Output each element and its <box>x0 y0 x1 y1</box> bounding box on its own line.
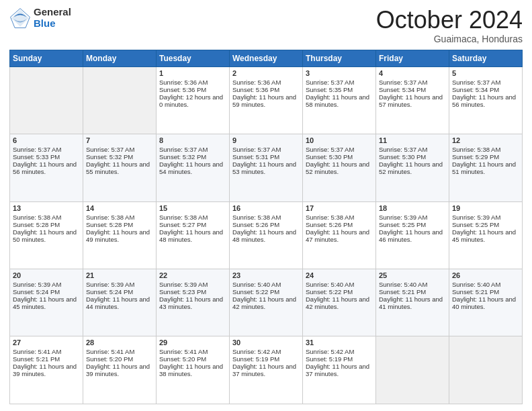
calendar-cell: 6Sunrise: 5:37 AMSunset: 5:33 PMDaylight… <box>10 134 83 201</box>
sunset-text: Sunset: 5:34 PM <box>379 86 446 93</box>
sunset-text: Sunset: 5:23 PM <box>159 288 226 295</box>
calendar-cell: 1Sunrise: 5:36 AMSunset: 5:36 PMDaylight… <box>157 66 230 134</box>
daylight-text: Daylight: 12 hours and 0 minutes. <box>159 93 226 108</box>
sunset-text: Sunset: 5:22 PM <box>232 288 300 295</box>
day-number: 9 <box>232 136 300 144</box>
week-row-3: 20Sunrise: 5:39 AMSunset: 5:24 PMDayligh… <box>10 269 523 336</box>
sunrise-text: Sunrise: 5:41 AM <box>159 348 226 355</box>
calendar-cell: 28Sunrise: 5:41 AMSunset: 5:20 PMDayligh… <box>83 336 157 404</box>
day-number: 27 <box>13 338 80 347</box>
day-number: 15 <box>159 204 226 212</box>
sunset-text: Sunset: 5:35 PM <box>306 86 373 93</box>
daylight-text: Daylight: 11 hours and 56 minutes. <box>13 161 80 175</box>
daylight-text: Daylight: 11 hours and 48 minutes. <box>159 228 226 243</box>
calendar-cell <box>376 336 449 404</box>
daylight-text: Daylight: 11 hours and 44 minutes. <box>86 295 153 310</box>
sunrise-text: Sunrise: 5:40 AM <box>452 281 519 288</box>
sunset-text: Sunset: 5:29 PM <box>452 153 519 161</box>
day-number: 7 <box>86 136 153 144</box>
weekday-friday: Friday <box>376 50 449 66</box>
daylight-text: Daylight: 11 hours and 38 minutes. <box>159 363 226 377</box>
logo-icon <box>9 7 31 29</box>
day-number: 8 <box>159 136 226 144</box>
calendar-cell: 5Sunrise: 5:37 AMSunset: 5:34 PMDaylight… <box>449 66 523 134</box>
sunset-text: Sunset: 5:24 PM <box>13 288 80 295</box>
daylight-text: Daylight: 11 hours and 57 minutes. <box>379 93 446 108</box>
weekday-sunday: Sunday <box>10 50 83 66</box>
daylight-text: Daylight: 11 hours and 55 minutes. <box>86 161 153 175</box>
sunrise-text: Sunrise: 5:39 AM <box>13 281 80 288</box>
title-block: October 2024 Guaimaca, Honduras <box>376 7 523 44</box>
logo: General Blue <box>9 7 71 29</box>
weekday-tuesday: Tuesday <box>157 50 230 66</box>
calendar-cell: 11Sunrise: 5:37 AMSunset: 5:30 PMDayligh… <box>376 134 449 201</box>
daylight-text: Daylight: 11 hours and 51 minutes. <box>452 161 519 175</box>
sunrise-text: Sunrise: 5:38 AM <box>452 146 519 153</box>
calendar-cell: 22Sunrise: 5:39 AMSunset: 5:23 PMDayligh… <box>157 269 230 336</box>
week-row-2: 13Sunrise: 5:38 AMSunset: 5:28 PMDayligh… <box>10 201 523 269</box>
daylight-text: Daylight: 11 hours and 45 minutes. <box>452 228 519 243</box>
day-number: 2 <box>232 69 300 77</box>
daylight-text: Daylight: 11 hours and 56 minutes. <box>452 93 519 108</box>
sunrise-text: Sunrise: 5:37 AM <box>306 146 373 153</box>
sunset-text: Sunset: 5:36 PM <box>159 86 226 93</box>
sunset-text: Sunset: 5:33 PM <box>13 153 80 161</box>
daylight-text: Daylight: 11 hours and 42 minutes. <box>306 295 373 310</box>
day-number: 10 <box>306 136 373 144</box>
sunset-text: Sunset: 5:30 PM <box>306 153 373 161</box>
weekday-saturday: Saturday <box>449 50 523 66</box>
week-row-1: 6Sunrise: 5:37 AMSunset: 5:33 PMDaylight… <box>10 134 523 201</box>
daylight-text: Daylight: 11 hours and 37 minutes. <box>306 363 373 377</box>
daylight-text: Daylight: 11 hours and 37 minutes. <box>232 363 300 377</box>
sunrise-text: Sunrise: 5:37 AM <box>86 146 153 153</box>
calendar-cell: 8Sunrise: 5:37 AMSunset: 5:32 PMDaylight… <box>157 134 230 201</box>
calendar-cell: 12Sunrise: 5:38 AMSunset: 5:29 PMDayligh… <box>449 134 523 201</box>
calendar-cell <box>449 336 523 404</box>
sunrise-text: Sunrise: 5:38 AM <box>13 214 80 221</box>
daylight-text: Daylight: 11 hours and 39 minutes. <box>86 363 153 377</box>
day-number: 26 <box>452 271 519 279</box>
calendar-cell: 26Sunrise: 5:40 AMSunset: 5:21 PMDayligh… <box>449 269 523 336</box>
weekday-wednesday: Wednesday <box>230 50 303 66</box>
calendar-cell: 7Sunrise: 5:37 AMSunset: 5:32 PMDaylight… <box>83 134 157 201</box>
sunrise-text: Sunrise: 5:39 AM <box>86 281 153 288</box>
day-number: 31 <box>306 338 373 347</box>
sunrise-text: Sunrise: 5:37 AM <box>379 146 446 153</box>
sunset-text: Sunset: 5:30 PM <box>379 153 446 161</box>
sunset-text: Sunset: 5:32 PM <box>159 153 226 161</box>
sunrise-text: Sunrise: 5:40 AM <box>379 281 446 288</box>
sunrise-text: Sunrise: 5:42 AM <box>232 348 300 355</box>
calendar-table: SundayMondayTuesdayWednesdayThursdayFrid… <box>9 50 523 404</box>
daylight-text: Daylight: 11 hours and 42 minutes. <box>232 295 300 310</box>
sunset-text: Sunset: 5:20 PM <box>159 355 226 363</box>
daylight-text: Daylight: 11 hours and 53 minutes. <box>232 161 300 175</box>
calendar-cell: 14Sunrise: 5:38 AMSunset: 5:28 PMDayligh… <box>83 201 157 269</box>
weekday-thursday: Thursday <box>303 50 376 66</box>
sunset-text: Sunset: 5:22 PM <box>306 288 373 295</box>
day-number: 17 <box>306 204 373 212</box>
sunrise-text: Sunrise: 5:38 AM <box>159 214 226 221</box>
daylight-text: Daylight: 11 hours and 52 minutes. <box>306 161 373 175</box>
daylight-text: Daylight: 11 hours and 41 minutes. <box>379 295 446 310</box>
sunrise-text: Sunrise: 5:42 AM <box>306 348 373 355</box>
sunset-text: Sunset: 5:26 PM <box>232 221 300 228</box>
sunset-text: Sunset: 5:28 PM <box>13 221 80 228</box>
page: General Blue October 2024 Guaimaca, Hond… <box>0 0 532 411</box>
day-number: 22 <box>159 271 226 279</box>
sunrise-text: Sunrise: 5:37 AM <box>452 79 519 86</box>
day-number: 1 <box>159 69 226 77</box>
sunset-text: Sunset: 5:28 PM <box>86 221 153 228</box>
sunset-text: Sunset: 5:27 PM <box>159 221 226 228</box>
daylight-text: Daylight: 11 hours and 40 minutes. <box>452 295 519 310</box>
sunrise-text: Sunrise: 5:36 AM <box>159 79 226 86</box>
sunset-text: Sunset: 5:20 PM <box>86 355 153 363</box>
sunrise-text: Sunrise: 5:39 AM <box>452 214 519 221</box>
sunrise-text: Sunrise: 5:38 AM <box>232 214 300 221</box>
calendar-cell: 20Sunrise: 5:39 AMSunset: 5:24 PMDayligh… <box>10 269 83 336</box>
day-number: 28 <box>86 338 153 347</box>
sunrise-text: Sunrise: 5:37 AM <box>379 79 446 86</box>
calendar-cell: 25Sunrise: 5:40 AMSunset: 5:21 PMDayligh… <box>376 269 449 336</box>
location-subtitle: Guaimaca, Honduras <box>376 34 523 44</box>
day-number: 25 <box>379 271 446 279</box>
logo-general-label: General <box>34 7 71 18</box>
